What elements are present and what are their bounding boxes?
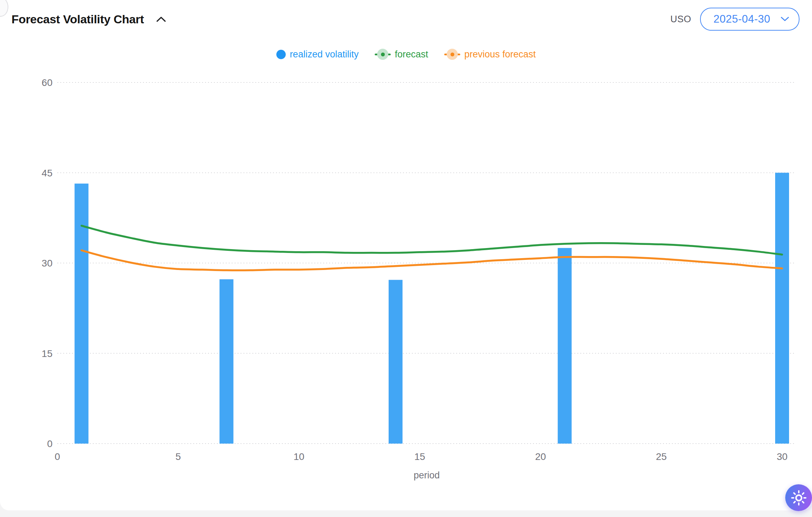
- previous-forecast-line: [82, 250, 782, 270]
- x-tick-label: 15: [414, 451, 425, 462]
- bar-realized-volatility: [220, 279, 234, 444]
- sun-icon: [791, 490, 806, 506]
- brightness-fab-button[interactable]: [785, 484, 812, 511]
- bar-realized-volatility: [75, 184, 89, 444]
- y-tick-label: 45: [42, 168, 52, 178]
- x-tick-label: 20: [535, 451, 546, 462]
- bar-realized-volatility: [389, 280, 403, 444]
- forecast-volatility-chart: 015304560051015202530period: [0, 0, 812, 517]
- y-tick-label: 15: [42, 348, 52, 359]
- forecast-line: [82, 226, 782, 255]
- x-tick-label: 5: [176, 451, 181, 462]
- x-tick-label: 0: [55, 451, 60, 462]
- y-tick-label: 30: [42, 258, 52, 269]
- bar-realized-volatility: [775, 173, 789, 444]
- bar-realized-volatility: [558, 248, 572, 444]
- chart-card: Forecast Volatility Chart USO 2025-04-30: [0, 0, 812, 510]
- page: Forecast Volatility Chart USO 2025-04-30: [0, 0, 812, 517]
- y-tick-label: 0: [47, 438, 52, 449]
- x-tick-label: 10: [293, 451, 304, 462]
- x-tick-label: 30: [777, 451, 787, 462]
- x-axis-label: period: [414, 470, 440, 480]
- x-tick-label: 25: [656, 451, 667, 462]
- y-tick-label: 60: [42, 77, 52, 88]
